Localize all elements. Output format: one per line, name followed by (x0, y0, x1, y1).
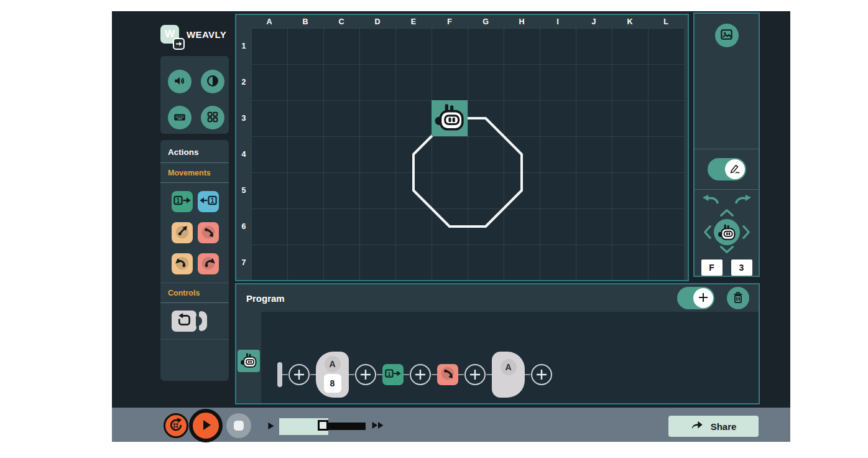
weavly-app: W WEAVLY (112, 11, 790, 442)
add-step-button-2[interactable] (354, 363, 377, 386)
connector (377, 374, 382, 376)
refresh-icon (169, 418, 183, 434)
add-node-toggle[interactable] (677, 287, 714, 309)
loop-end-bracket[interactable] (199, 311, 207, 331)
move-up-button[interactable] (719, 208, 735, 218)
utility-panel (160, 56, 229, 134)
turn-right-45-icon (198, 222, 218, 244)
add-step-button-5[interactable] (530, 363, 553, 386)
add-step-button-4[interactable] (464, 363, 486, 386)
connector (404, 374, 409, 376)
column-label: A (251, 15, 287, 28)
loop-start-block[interactable]: A (316, 352, 349, 398)
program-start-indicator (277, 362, 282, 387)
playback-bar: Share (112, 408, 790, 442)
forward-1-icon: 1 (385, 368, 401, 382)
robot-icon (434, 103, 465, 133)
turn-right-45-step-block[interactable] (437, 364, 458, 385)
controls-heading: Controls (160, 283, 229, 302)
program-sequence: A 1 (277, 351, 553, 398)
scene-background-button[interactable] (715, 24, 739, 47)
position-inputs (695, 259, 759, 276)
svg-text:1: 1 (387, 370, 391, 376)
keyboard-shortcuts-button[interactable] (168, 106, 192, 129)
contrast-icon (206, 74, 219, 90)
share-button[interactable]: Share (668, 416, 759, 437)
refresh-scene-button[interactable] (164, 413, 188, 438)
loop-block[interactable] (172, 311, 196, 332)
connector (458, 374, 464, 376)
speed-slider-upper-track (328, 423, 366, 430)
undo-redo-row (695, 194, 759, 206)
speed-slider-thumb[interactable] (318, 420, 328, 431)
loop-label: A (325, 356, 341, 372)
move-left-button[interactable] (703, 224, 711, 242)
contrast-toggle-button[interactable] (201, 70, 224, 93)
chevron-right-icon (742, 233, 750, 242)
add-step-button-1[interactable] (288, 363, 310, 386)
loop-end-label: A (501, 359, 517, 375)
row-label: 1 (236, 28, 251, 64)
slow-speed-icon (267, 421, 275, 432)
backward-1-block[interactable]: 1 (198, 191, 219, 212)
move-down-button[interactable] (719, 246, 735, 256)
program-panel: Program (235, 283, 760, 404)
pen-section (695, 149, 759, 190)
forward-1-step-block[interactable]: 1 (382, 364, 404, 385)
stop-button[interactable] (226, 413, 251, 438)
page: W WEAVLY (0, 0, 868, 458)
row-headers: 1 2 3 4 5 6 7 (236, 28, 251, 281)
speaker-icon (173, 74, 187, 90)
logo-text: WEAVLY (187, 29, 226, 40)
position-row-input[interactable] (731, 259, 752, 276)
turn-left-45-block[interactable] (172, 222, 193, 243)
undo-button[interactable] (702, 194, 719, 206)
loop-iterations-input[interactable] (324, 374, 341, 393)
backward-1-icon: 1 (200, 194, 217, 209)
forward-1-icon: 1 (173, 194, 191, 209)
connector (432, 374, 437, 376)
row-label: 4 (236, 136, 251, 172)
share-label: Share (711, 421, 737, 432)
stop-icon (234, 421, 244, 431)
pen-toggle[interactable] (708, 158, 746, 180)
play-button[interactable] (189, 409, 223, 442)
turn-left-90-block[interactable] (172, 253, 193, 274)
turn-left-90-icon (172, 253, 192, 275)
add-step-button-3[interactable] (409, 363, 432, 386)
audio-toggle-button[interactable] (168, 70, 192, 93)
position-column-input[interactable] (701, 259, 723, 276)
connector (525, 374, 530, 376)
forward-1-block[interactable]: 1 (172, 191, 193, 212)
undo-icon (702, 198, 719, 207)
pen-toggle-knob (725, 159, 745, 179)
delete-all-button[interactable] (727, 287, 749, 309)
svg-text:1: 1 (177, 197, 180, 204)
redo-button[interactable] (734, 194, 752, 206)
turn-right-90-block[interactable] (198, 253, 219, 274)
move-right-button[interactable] (742, 224, 750, 242)
actions-heading: Actions (160, 140, 229, 162)
loop-icon (177, 312, 192, 330)
move-character-dpad (703, 208, 750, 256)
chevron-left-icon (703, 233, 711, 242)
connector (349, 374, 354, 376)
divider (160, 339, 229, 340)
block-options-button[interactable] (201, 106, 224, 129)
turn-left-45-icon (172, 222, 192, 244)
movement-block-palette: 1 1 (160, 183, 229, 283)
robot-character-tab[interactable] (238, 350, 260, 372)
column-label: C (323, 15, 359, 28)
loop-end-block[interactable]: A (492, 352, 525, 398)
column-label: K (612, 15, 648, 28)
column-label: E (395, 15, 432, 28)
scene-background-section (695, 14, 759, 149)
robot-trail-octagon (251, 28, 684, 281)
pen-icon (729, 162, 741, 177)
add-node-knob (693, 288, 713, 308)
control-block-palette (160, 303, 229, 339)
turn-right-45-block[interactable] (198, 222, 219, 243)
actions-panel: Actions Movements 1 1 (160, 140, 229, 381)
program-header: Program (236, 284, 759, 312)
column-label: I (540, 15, 576, 28)
